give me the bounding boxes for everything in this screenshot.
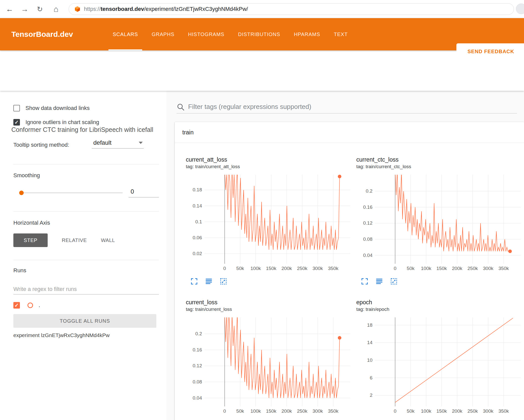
svg-text:250k: 250k [468, 266, 478, 271]
svg-text:250k: 250k [297, 408, 308, 414]
ignore-outliers-checkbox[interactable]: ✓ [13, 119, 20, 126]
smoothing-value-field[interactable]: 0 [129, 188, 159, 197]
chart-title: current_ctc_loss [356, 156, 523, 164]
tooltip-sorting-dropdown[interactable]: default [92, 139, 144, 148]
tab-graphs[interactable]: GRAPHS [145, 18, 181, 50]
axis-wall-button[interactable]: WALL [101, 237, 115, 243]
tensorboard-favicon [74, 6, 80, 12]
svg-text:0.06: 0.06 [193, 235, 202, 240]
svg-text:0.08: 0.08 [193, 379, 202, 384]
browser-toolbar: ← → ↻ ⌂ https://tensorboard.dev/experime… [0, 0, 524, 18]
chart-plot-area[interactable]: 0.040.080.120.160.2050k100k150k200k250k3… [186, 315, 352, 417]
svg-text:150k: 150k [436, 408, 447, 414]
slider-thumb[interactable] [19, 191, 24, 195]
tensorboard-logo[interactable]: TensorBoard.dev [11, 18, 73, 50]
url-host: tensorboard.dev [101, 6, 144, 12]
svg-text:150k: 150k [266, 266, 277, 271]
svg-text:0.16: 0.16 [363, 204, 372, 210]
svg-text:100k: 100k [421, 266, 431, 271]
smoothing-slider[interactable] [17, 190, 123, 196]
fit-domain-icon[interactable] [220, 278, 227, 285]
svg-text:14: 14 [367, 340, 373, 345]
chart-epoch: epoch tag: train/epoch 26101418050k100k1… [356, 299, 523, 417]
search-icon [177, 103, 185, 111]
svg-text:100k: 100k [250, 408, 261, 414]
svg-text:10: 10 [367, 357, 372, 363]
browser-back-icon[interactable]: ← [4, 0, 16, 18]
smoothing-label: Smoothing [13, 172, 40, 179]
filter-tags-input[interactable] [188, 103, 517, 111]
svg-text:50k: 50k [236, 266, 244, 271]
send-feedback-button[interactable]: SEND FEEDBACK [456, 43, 524, 59]
show-download-links-row: ✓ Show data download links [13, 105, 90, 111]
toggle-all-runs-button[interactable]: TOGGLE ALL RUNS [13, 314, 156, 328]
svg-text:0.02: 0.02 [193, 251, 202, 256]
experiment-title: Conformer CTC training for LibriSpeech w… [11, 126, 153, 133]
tab-distributions[interactable]: DISTRIBUTIONS [231, 18, 287, 50]
svg-text:100k: 100k [421, 408, 431, 414]
show-download-links-checkbox[interactable]: ✓ [13, 105, 20, 111]
svg-text:150k: 150k [266, 408, 277, 414]
svg-text:300k: 300k [312, 408, 323, 414]
tooltip-sorting-label: Tooltip sorting method: [13, 142, 69, 148]
svg-text:100k: 100k [250, 266, 261, 271]
runs-filter-input[interactable] [13, 284, 159, 294]
chart-tag: tag: train/epoch [356, 307, 523, 313]
browser-forward-icon[interactable]: → [19, 0, 31, 18]
svg-text:0: 0 [223, 408, 226, 414]
svg-text:0.14: 0.14 [193, 203, 202, 208]
svg-text:350k: 350k [499, 408, 509, 414]
chart-plot-area[interactable]: 0.040.080.120.160.2050k100k150k200k250k3… [356, 172, 523, 274]
main-content: train current_att_loss tag: train/curren… [166, 91, 524, 420]
tab-text[interactable]: TEXT [327, 18, 355, 50]
run-visibility-checkbox[interactable]: ✓ [13, 302, 20, 309]
fullscreen-icon[interactable] [361, 278, 368, 285]
chart-toolbar [356, 278, 523, 285]
fit-domain-icon[interactable] [390, 278, 398, 285]
svg-text:0: 0 [394, 266, 397, 271]
slider-track[interactable] [21, 193, 123, 193]
svg-text:50k: 50k [407, 408, 415, 414]
chart-title: epoch [356, 299, 523, 307]
svg-text:150k: 150k [436, 266, 447, 271]
browser-reload-icon[interactable]: ↻ [34, 0, 46, 18]
app-header: TensorBoard.dev SCALARS GRAPHS HISTOGRAM… [0, 18, 524, 50]
horizontal-axis-buttons: STEP RELATIVE WALL [13, 233, 115, 247]
data-table-icon[interactable] [205, 278, 213, 285]
chart-plot-area[interactable]: 0.020.060.10.140.18050k100k150k200k250k3… [186, 172, 352, 274]
tab-histograms[interactable]: HISTOGRAMS [181, 18, 231, 50]
axis-step-button[interactable]: STEP [13, 233, 48, 247]
chart-current-att-loss: current_att_loss tag: train/current_att_… [186, 156, 352, 285]
chart-plot-area[interactable]: 26101418050k100k150k200k250k300k350k [356, 315, 523, 417]
tab-scalars[interactable]: SCALARS [106, 18, 145, 50]
runs-label: Runs [13, 267, 26, 274]
check-icon: ✓ [15, 120, 19, 125]
browser-profile-avatar[interactable] [516, 4, 524, 14]
svg-text:200k: 200k [281, 408, 292, 414]
sidebar-divider [13, 164, 159, 164]
experiment-title-bar: Conformer CTC training for LibriSpeech w… [0, 50, 524, 91]
svg-text:200k: 200k [452, 266, 462, 271]
card-title[interactable]: train [182, 129, 194, 136]
url-text: https://tensorboard.dev/experiment/lzGnE… [84, 6, 248, 12]
address-bar[interactable]: https://tensorboard.dev/experiment/lzGnE… [69, 3, 514, 15]
fullscreen-icon[interactable] [190, 278, 198, 285]
svg-text:350k: 350k [499, 266, 509, 271]
check-icon: ✓ [15, 303, 19, 308]
chart-tag: tag: train/current_att_loss [186, 164, 352, 171]
svg-text:0.12: 0.12 [193, 363, 202, 368]
run-color-swatch [27, 303, 33, 308]
tab-hparams[interactable]: HPARAMS [287, 18, 327, 50]
svg-text:300k: 300k [483, 408, 493, 414]
browser-home-icon[interactable]: ⌂ [50, 0, 62, 18]
svg-text:0.04: 0.04 [193, 395, 202, 401]
svg-text:0.2: 0.2 [366, 188, 372, 194]
svg-text:350k: 350k [328, 408, 339, 414]
svg-text:2: 2 [370, 393, 372, 398]
svg-text:250k: 250k [297, 266, 308, 271]
axis-relative-button[interactable]: RELATIVE [62, 237, 87, 243]
chart-current-loss: current_loss tag: train/current_loss 0.0… [186, 299, 352, 417]
data-table-icon[interactable] [375, 278, 383, 285]
url-scheme: https:// [84, 6, 101, 12]
svg-text:0.12: 0.12 [363, 220, 372, 226]
